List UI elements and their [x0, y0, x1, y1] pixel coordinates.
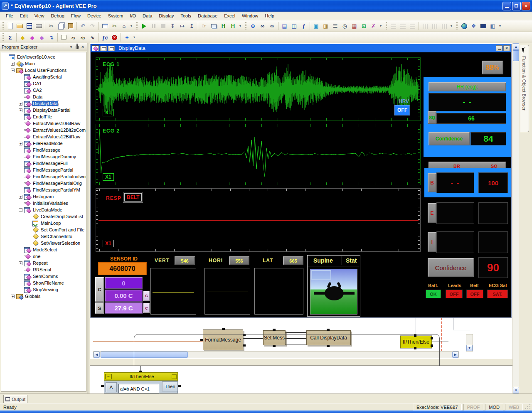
b-tab[interactable]: B — [428, 173, 436, 192]
search-window-icon[interactable]: ⊡ — [359, 22, 369, 31]
tree-item-awaitingserial[interactable]: AwaitingSerial — [1, 74, 86, 80]
stop-icon[interactable] — [158, 22, 168, 31]
home-icon[interactable]: ⌂ — [119, 22, 129, 31]
menu-data[interactable]: Data — [139, 12, 155, 20]
align-top-icon[interactable] — [420, 22, 430, 31]
minimize-button[interactable] — [502, 2, 511, 10]
note-pad-icon[interactable] — [59, 33, 69, 42]
sq-tab[interactable]: SQ — [428, 111, 436, 124]
tree-item-eqviewer6p10-vee[interactable]: EqViewer6p10.vee — [1, 54, 86, 60]
panel-view-icon[interactable] — [108, 46, 115, 51]
tree-expander-icon[interactable]: + — [19, 142, 22, 145]
input-a-terminal[interactable]: A — [106, 382, 117, 392]
run-to-icon[interactable]: ↧ — [168, 22, 177, 31]
tree-item-stopviewing[interactable]: StopViewing — [1, 286, 86, 293]
supine-label[interactable]: Supine — [313, 257, 333, 264]
list-view-icon[interactable]: ☰ — [330, 22, 340, 31]
ecg1-scale-x1[interactable]: X1 — [103, 109, 114, 116]
tree-item-findmessage[interactable]: FindMessage — [1, 147, 86, 153]
toolbar-drag-handle[interactable] — [244, 22, 247, 30]
timer-icon[interactable]: ◷ — [340, 22, 350, 31]
new-document-icon[interactable] — [5, 22, 15, 31]
close-button[interactable]: ✕ — [522, 2, 530, 10]
s-channel-button[interactable]: S — [95, 302, 104, 314]
tree-item-repeat[interactable]: +Repeat — [1, 260, 86, 266]
comparator-icon[interactable]: ✦ — [122, 33, 132, 42]
vertical-scrollbar[interactable]: ▲ ▼ — [512, 43, 519, 393]
tree-item-one[interactable]: one — [1, 253, 86, 260]
step-over-icon[interactable]: ↦ — [177, 22, 187, 31]
belt-toggle[interactable]: BELT — [124, 193, 142, 202]
displaydata-minimize-button[interactable] — [496, 45, 502, 51]
tree-item-displaydatapartial[interactable]: +DisplayDataPartial — [1, 107, 86, 113]
tree-item-findmessagepartialym[interactable]: FindMessagePartialYM — [1, 187, 86, 193]
save-icon[interactable] — [25, 22, 34, 31]
menu-i-o[interactable]: I/O — [126, 12, 139, 20]
function-icon[interactable]: ƒ — [299, 22, 308, 31]
size-height-icon[interactable]: H — [228, 22, 238, 31]
pin-icon[interactable] — [74, 44, 80, 50]
tree-item-local-userfunctions[interactable]: −Local UserFunctions — [1, 67, 86, 74]
tree-expander-icon[interactable]: + — [19, 261, 22, 265]
tree-expander-icon[interactable]: + — [11, 62, 15, 66]
userfunction-object-icon[interactable]: ◆ — [37, 33, 47, 42]
tree-item-rrserial[interactable]: RRSerial — [1, 266, 86, 273]
menu-window[interactable]: Window — [239, 12, 261, 20]
tree-item-extractvalues12bit2scomp[interactable]: ExtractValues12Bit2sComp — [1, 127, 86, 133]
toolbar-drag-handle[interactable] — [2, 33, 5, 42]
menu-flow[interactable]: Flow — [68, 12, 84, 20]
panel-close-icon[interactable]: ✕ — [80, 44, 86, 50]
menu-system[interactable]: System — [105, 12, 127, 20]
undo-icon[interactable]: ↶ — [78, 22, 88, 31]
i-tab[interactable]: I — [428, 232, 436, 252]
tree-item-extractvalues12bitraw[interactable]: ExtractValues12BitRaw — [1, 133, 86, 140]
tree-item-main[interactable]: +Main — [1, 60, 86, 67]
tree-item-initialisevariables[interactable]: InitialiseVariables — [1, 200, 86, 206]
tree-expander-icon[interactable]: + — [19, 108, 22, 112]
clone-window-icon[interactable] — [100, 22, 110, 31]
delete-icon[interactable]: ✗ — [369, 22, 378, 31]
toolbar-drag-handle[interactable] — [135, 22, 138, 30]
output-tab[interactable]: Output — [3, 395, 27, 403]
tree-expander-icon[interactable]: + — [19, 195, 22, 199]
tree-item-filereadmode[interactable]: +FileReadMode — [1, 140, 86, 147]
tree-item-modeselect[interactable]: ModeSelect — [1, 246, 86, 253]
stat-label[interactable]: Stat — [346, 257, 357, 264]
tree-item-mainloop[interactable]: MainLoop — [1, 220, 86, 226]
tree-item-findmessagepartial[interactable]: FindMessagePartial — [1, 167, 86, 173]
workspace-icon[interactable]: ◧ — [488, 22, 498, 31]
tree-expander-icon[interactable]: + — [19, 102, 22, 106]
detail-view-icon[interactable] — [100, 46, 107, 51]
display-object-icon[interactable]: ◆ — [27, 33, 37, 42]
resize-grip[interactable] — [525, 404, 531, 410]
celsius-button-1[interactable]: C — [143, 291, 150, 301]
calendar-icon[interactable]: ▦ — [350, 22, 359, 31]
web-icon[interactable] — [459, 22, 469, 31]
cut-icon[interactable]: ✂ — [47, 22, 56, 31]
menu-excel[interactable]: Excel — [221, 12, 239, 20]
menu-file[interactable]: File — [2, 12, 17, 20]
stop-object-icon[interactable]: ✕ — [110, 33, 119, 42]
function-object-browser-tab[interactable]: Function & Object Browser — [520, 45, 529, 132]
tree-item-findmessagepartialorig[interactable]: FindMessagePartialOrig — [1, 180, 86, 187]
zoom-icon[interactable]: ⊕ — [248, 22, 258, 31]
celsius-button-2[interactable]: C — [143, 303, 150, 313]
align-right-icon[interactable] — [408, 22, 417, 31]
ifthenelse-detail-titlebar[interactable]: − If/Then/Else — [104, 372, 178, 381]
tree-item-set-comport-and-file[interactable]: Set ComPort and File — [1, 226, 86, 233]
condition-input[interactable]: a!=b AND C>1 — [118, 384, 159, 393]
tree-expander-icon[interactable]: + — [11, 295, 15, 298]
c-channel-button[interactable]: C — [95, 277, 104, 302]
vertical-scrollbar-inner[interactable]: ▼ — [466, 334, 473, 352]
panel-dropdown-icon[interactable]: ▾ — [68, 44, 74, 50]
tree-item-showfilename[interactable]: ShowFileName — [1, 280, 86, 286]
tree-item-endoffile[interactable]: EndofFile — [1, 113, 86, 120]
tree-item-histogram[interactable]: +Histogram — [1, 193, 86, 200]
find-next-icon[interactable]: ∞ — [267, 22, 277, 31]
copy-icon[interactable] — [56, 22, 66, 31]
pan-icon[interactable]: ☞ — [200, 22, 209, 31]
preview-icon[interactable]: ◫ — [289, 22, 299, 31]
toolbar-options-icon[interactable]: ▾ — [378, 22, 383, 30]
paste-icon[interactable] — [66, 22, 75, 31]
toolbar-drag-handle[interactable] — [385, 22, 388, 30]
